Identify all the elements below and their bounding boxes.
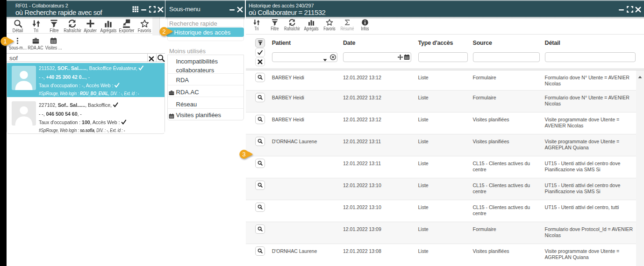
svg-text:1: 1 xyxy=(3,38,7,45)
svg-text:3: 3 xyxy=(242,151,245,158)
svg-text:2: 2 xyxy=(162,28,165,35)
